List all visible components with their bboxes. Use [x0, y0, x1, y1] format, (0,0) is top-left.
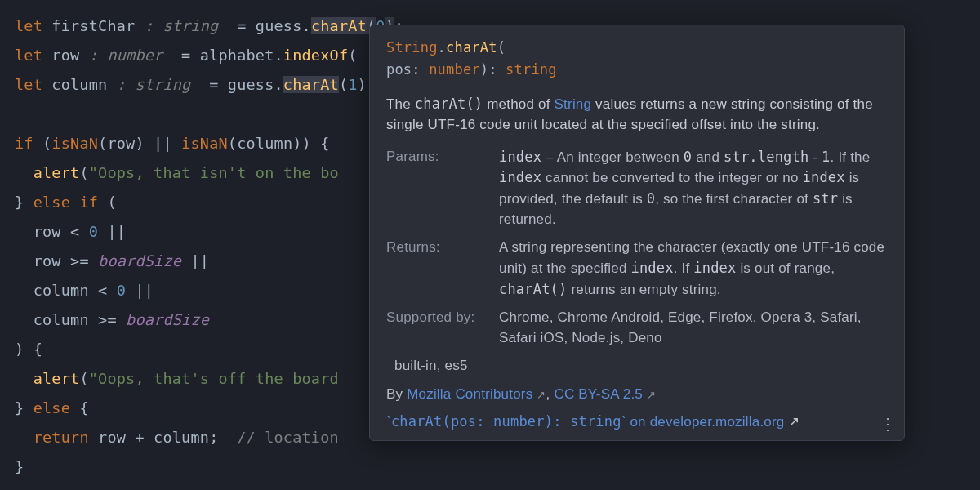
keyword-let: let [15, 17, 42, 34]
quick-doc-popup[interactable]: String.charAt( pos: number): string The … [369, 24, 905, 441]
code-editor[interactable]: let firstChar : string = guess.charAt(0)… [0, 0, 980, 482]
doc-attribution: By Mozilla Contributors ↗, CC BY-SA 2.5 … [386, 385, 888, 405]
doc-supported: Supported by: Chrome, Chrome Android, Ed… [386, 308, 888, 348]
doc-returns: Returns: A string representing the chara… [386, 238, 888, 300]
doc-link-string[interactable]: String [555, 96, 592, 112]
identifier: firstChar [51, 17, 135, 34]
more-options-icon[interactable]: ⋮ [880, 416, 896, 432]
doc-link-contributors[interactable]: Mozilla Contributors [407, 386, 532, 402]
doc-external-link[interactable]: `charAt(pos: number): string` on develop… [386, 412, 888, 433]
doc-params-body: index – An integer between 0 and str.len… [499, 147, 888, 230]
type-annotation: : string [145, 17, 219, 34]
doc-signature: String.charAt( pos: number): string [386, 37, 888, 81]
method-charat[interactable]: charAt [283, 76, 339, 93]
external-link-icon: ↗ [647, 389, 656, 401]
doc-returns-body: A string representing the character (exa… [499, 238, 888, 300]
doc-returns-label: Returns: [386, 238, 491, 300]
doc-supported-label: Supported by: [386, 308, 491, 348]
doc-tags: built-in, es5 [386, 356, 888, 376]
external-link-icon: ↗ [788, 414, 800, 430]
doc-params-label: Params: [386, 147, 491, 230]
doc-params: Params: index – An integer between 0 and… [386, 147, 888, 230]
external-link-icon: ↗ [537, 389, 546, 401]
doc-supported-body: Chrome, Chrome Android, Edge, Firefox, O… [499, 308, 888, 348]
method-charat[interactable]: charAt [311, 17, 367, 34]
doc-description: The charAt() method of String values ret… [386, 94, 888, 135]
code-line[interactable]: } [15, 452, 980, 482]
doc-link-license[interactable]: CC BY-SA 2.5 [554, 386, 643, 402]
